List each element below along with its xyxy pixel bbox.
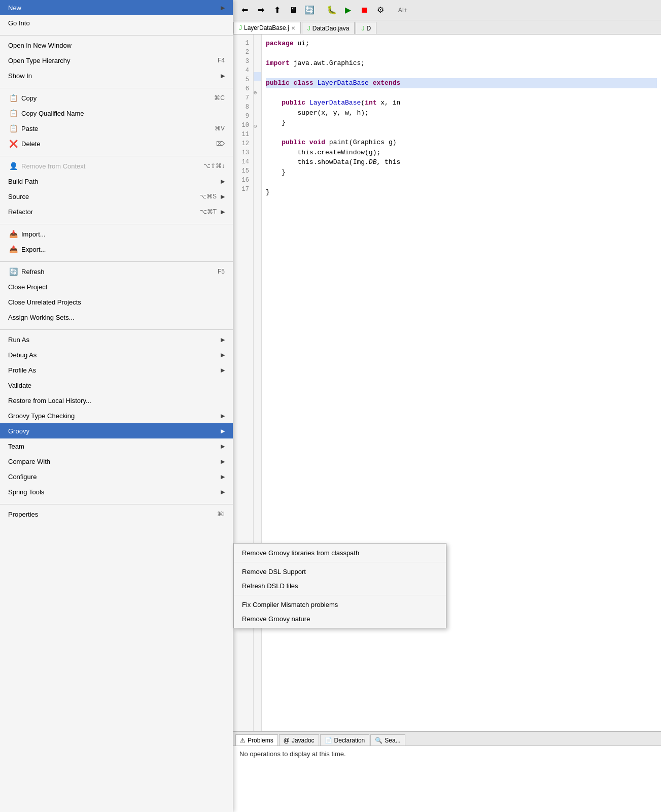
menu-item-open-new-window[interactable]: Open in New Window <box>0 38 233 53</box>
code-line-10 <box>266 128 657 138</box>
toolbar-btn-forward[interactable]: ➡ <box>254 3 268 17</box>
menu-item-source[interactable]: Source ⌥⌘S ▶ <box>0 189 233 204</box>
menu-item-restore-local[interactable]: Restore from Local History... <box>0 393 233 408</box>
toolbar-btn-back[interactable]: ⬅ <box>237 3 252 17</box>
toolbar-btn-run[interactable]: ▶ <box>341 3 355 17</box>
toolbar-btn-debug[interactable]: 🐛 <box>325 3 339 17</box>
panel-tab-javadoc[interactable]: @ Javadoc <box>279 734 319 746</box>
menu-item-go-into-label: Go Into <box>8 19 225 27</box>
menu-item-profile-as[interactable]: Profile As ▶ <box>0 362 233 378</box>
menu-item-copy-qualified[interactable]: 📋 Copy Qualified Name <box>0 106 233 121</box>
menu-item-properties[interactable]: Properties ⌘I <box>0 506 233 522</box>
toolbar-btn-monitor[interactable]: 🖥 <box>286 3 300 17</box>
code-line-7: public LayerDataBase(int x, in <box>266 98 657 108</box>
separator-1 <box>0 31 233 36</box>
shortcut-copy: ⌘C <box>214 94 225 101</box>
paste-icon: 📋 <box>8 124 18 132</box>
shortcut-refactor: ⌥⌘T <box>200 208 217 215</box>
menu-item-team[interactable]: Team ▶ <box>0 438 233 454</box>
menu-item-close-unrelated-label: Close Unrelated Projects <box>8 298 225 306</box>
menu-item-remove-context[interactable]: 👤 Remove from Context ⌥⇧⌘↓ <box>0 158 233 174</box>
code-line-5: public class LayerDataBase extends <box>266 78 657 88</box>
import-icon: 📥 <box>8 230 18 238</box>
panel-tab-javadoc-label: Javadoc <box>292 737 315 744</box>
menu-item-go-into[interactable]: Go Into <box>0 15 233 30</box>
export-icon: 📤 <box>8 245 18 253</box>
menu-item-properties-label: Properties <box>8 511 207 518</box>
menu-item-refactor[interactable]: Refactor ⌥⌘T ▶ <box>0 204 233 219</box>
toolbar-btn-up[interactable]: ⬆ <box>270 3 284 17</box>
menu-item-show-in-arrow: ▶ <box>221 73 225 79</box>
menu-item-compare-with-label: Compare With <box>8 458 217 465</box>
menu-item-import[interactable]: 📥 Import... <box>0 226 233 242</box>
refresh-icon: 🔄 <box>8 267 18 276</box>
menu-item-groovy[interactable]: Groovy ▶ <box>0 423 233 438</box>
menu-item-profile-as-label: Profile As <box>8 366 217 374</box>
menu-item-groovy-type-checking[interactable]: Groovy Type Checking ▶ <box>0 408 233 423</box>
menu-item-validate-label: Validate <box>8 382 225 389</box>
toolbar: ⬅ ➡ ⬆ 🖥 🔄 🐛 ▶ ⏹ ⚙ AI+ <box>233 0 661 20</box>
menu-item-delete[interactable]: ❌ Delete ⌦ <box>0 136 233 151</box>
panel-tab-search[interactable]: 🔍 Sea... <box>370 734 405 746</box>
menu-item-assign-working-sets[interactable]: Assign Working Sets... <box>0 310 233 325</box>
code-line-3: import java.awt.Graphics; <box>266 58 657 69</box>
separator-6 <box>0 326 233 330</box>
submenu-item-remove-groovy-libs[interactable]: Remove Groovy libraries from classpath <box>234 546 446 560</box>
panel-tab-problems-label: Problems <box>248 737 273 744</box>
shortcut-remove-context: ⌥⇧⌘↓ <box>203 162 225 170</box>
toolbar-btn-ai[interactable]: AI+ <box>396 3 410 17</box>
copy-qualified-icon: 📋 <box>8 109 18 117</box>
menu-item-restore-local-label: Restore from Local History... <box>8 397 225 404</box>
separator-2 <box>0 84 233 88</box>
menu-item-validate[interactable]: Validate <box>0 378 233 393</box>
menu-item-run-as[interactable]: Run As ▶ <box>0 332 233 347</box>
groovy-submenu: Remove Groovy libraries from classpath R… <box>233 543 446 628</box>
submenu-item-fix-compiler[interactable]: Fix Compiler Mismatch problems <box>234 597 446 612</box>
menu-item-run-as-arrow: ▶ <box>221 336 225 343</box>
tab-icon-data-dao: J <box>307 25 310 32</box>
tab-d[interactable]: J D <box>356 22 376 34</box>
menu-item-spring-tools[interactable]: Spring Tools ▶ <box>0 484 233 499</box>
toolbar-btn-refresh[interactable]: 🔄 <box>302 3 317 17</box>
code-line-6 <box>266 88 657 98</box>
menu-item-show-in[interactable]: Show In ▶ <box>0 68 233 83</box>
menu-item-debug-as[interactable]: Debug As ▶ <box>0 347 233 362</box>
menu-item-run-as-label: Run As <box>8 336 217 344</box>
toolbar-btn-stop[interactable]: ⏹ <box>357 3 371 17</box>
panel-tab-problems[interactable]: ⚠ Problems <box>235 734 278 746</box>
code-line-17 <box>266 197 657 207</box>
menu-item-new[interactable]: New ▶ <box>0 0 233 15</box>
menu-item-copy[interactable]: 📋 Copy ⌘C <box>0 90 233 106</box>
menu-item-new-label: New <box>8 4 217 12</box>
tab-label-data-dao: DataDao.java <box>312 25 350 32</box>
menu-item-configure[interactable]: Configure ▶ <box>0 469 233 484</box>
menu-item-copy-qualified-label: Copy Qualified Name <box>21 110 225 117</box>
code-line-1: package ui; <box>266 39 657 49</box>
tab-close-layer-database[interactable]: ✕ <box>291 25 295 31</box>
menu-item-close-project[interactable]: Close Project <box>0 279 233 294</box>
code-line-11: public void paint(Graphics g) <box>266 138 657 148</box>
shortcut-paste: ⌘V <box>215 125 225 132</box>
menu-item-build-path[interactable]: Build Path ▶ <box>0 174 233 189</box>
separator-3 <box>0 152 233 156</box>
submenu-item-refresh-dsld[interactable]: Refresh DSLD files <box>234 579 446 593</box>
panel-tab-declaration[interactable]: 📄 Declaration <box>320 734 370 746</box>
menu-item-paste[interactable]: 📋 Paste ⌘V <box>0 121 233 136</box>
submenu-item-remove-dsl[interactable]: Remove DSL Support <box>234 564 446 579</box>
submenu-remove-dsl-label: Remove DSL Support <box>242 568 306 576</box>
menu-item-close-unrelated[interactable]: Close Unrelated Projects <box>0 294 233 310</box>
menu-item-export[interactable]: 📤 Export... <box>0 242 233 257</box>
tab-data-dao[interactable]: J DataDao.java <box>302 22 355 34</box>
menu-item-open-type-hierarchy[interactable]: Open Type Hierarchy F4 <box>0 53 233 68</box>
toolbar-btn-settings[interactable]: ⚙ <box>373 3 388 17</box>
tab-layer-database[interactable]: J LayerDataBase.j ✕ <box>233 22 301 34</box>
menu-item-import-label: Import... <box>21 230 225 238</box>
menu-item-debug-as-arrow: ▶ <box>221 352 225 358</box>
menu-item-groovy-type-checking-label: Groovy Type Checking <box>8 412 217 420</box>
menu-item-build-path-label: Build Path <box>8 178 217 185</box>
menu-item-compare-with[interactable]: Compare With ▶ <box>0 454 233 469</box>
code-line-9: } <box>266 118 657 128</box>
menu-item-refresh[interactable]: 🔄 Refresh F5 <box>0 264 233 279</box>
submenu-item-remove-groovy-nature[interactable]: Remove Groovy nature <box>234 612 446 626</box>
menu-item-export-label: Export... <box>21 246 225 253</box>
